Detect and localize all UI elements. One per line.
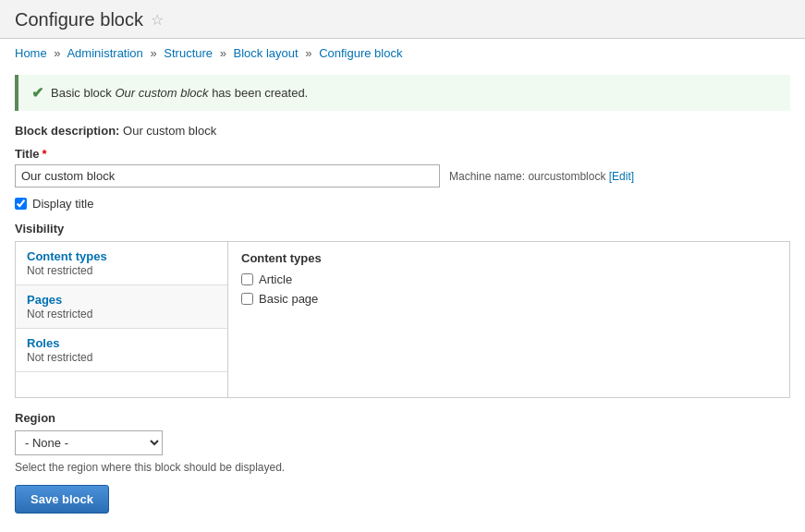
- title-label: Title *: [15, 147, 790, 161]
- breadcrumb-administration[interactable]: Administration: [67, 46, 142, 60]
- page-header: Configure block ☆: [0, 0, 805, 39]
- breadcrumb-block-layout[interactable]: Block layout: [234, 46, 299, 60]
- check-icon: ✔: [31, 84, 43, 102]
- content-area: ✔ Basic block Our custom block has been …: [0, 67, 805, 528]
- bookmark-icon[interactable]: ☆: [151, 11, 164, 29]
- breadcrumb: Home » Administration » Structure » Bloc…: [0, 39, 805, 67]
- breadcrumb-home[interactable]: Home: [15, 46, 47, 60]
- success-message: ✔ Basic block Our custom block has been …: [15, 75, 790, 111]
- tabs-column: Content types Not restricted Pages Not r…: [16, 242, 228, 397]
- block-description-value: Our custom block: [123, 124, 216, 138]
- region-select-row: - None -: [15, 430, 790, 455]
- region-select[interactable]: - None -: [15, 430, 163, 455]
- tab-roles[interactable]: Roles Not restricted: [16, 329, 227, 372]
- checkbox-basic-page: Basic page: [241, 292, 776, 306]
- machine-name-text: Machine name: ourcustomblock [Edit]: [449, 170, 634, 183]
- region-help-text: Select the region where this block shoul…: [15, 461, 790, 474]
- success-text: Basic block Our custom block has been cr…: [51, 86, 308, 100]
- visibility-label: Visibility: [15, 222, 790, 236]
- visibility-section: Visibility Content types Not restricted …: [15, 222, 790, 398]
- display-title-label[interactable]: Display title: [32, 197, 93, 211]
- display-title-checkbox[interactable]: [15, 198, 27, 210]
- block-name-italic: Our custom block: [115, 86, 208, 100]
- checkbox-article: Article: [241, 272, 776, 286]
- save-block-button[interactable]: Save block: [15, 485, 109, 514]
- block-description: Block description: Our custom block: [15, 124, 790, 138]
- region-section: Region - None - Select the region where …: [15, 411, 790, 474]
- visibility-box: Content types Not restricted Pages Not r…: [15, 241, 790, 398]
- title-field-group: Title * Machine name: ourcustomblock [Ed…: [15, 147, 790, 187]
- article-checkbox[interactable]: [241, 273, 253, 285]
- breadcrumb-configure-block[interactable]: Configure block: [319, 46, 402, 60]
- title-input[interactable]: [15, 164, 440, 187]
- page-title: Configure block: [15, 9, 143, 30]
- title-row: Machine name: ourcustomblock [Edit]: [15, 164, 790, 187]
- content-types-title: Content types: [241, 251, 776, 265]
- region-label: Region: [15, 411, 790, 425]
- tab-pages[interactable]: Pages Not restricted: [16, 285, 227, 329]
- machine-name-edit-link[interactable]: [Edit]: [609, 170, 634, 183]
- tab-content-types[interactable]: Content types Not restricted: [16, 242, 227, 285]
- display-title-row: Display title: [15, 197, 790, 211]
- article-label[interactable]: Article: [259, 272, 292, 286]
- breadcrumb-structure[interactable]: Structure: [164, 46, 213, 60]
- block-description-label: Block description:: [15, 124, 119, 138]
- required-mark: *: [43, 147, 47, 161]
- visibility-content: Content types Article Basic page: [228, 242, 789, 397]
- basic-page-checkbox[interactable]: [241, 293, 253, 305]
- basic-page-label[interactable]: Basic page: [259, 292, 318, 306]
